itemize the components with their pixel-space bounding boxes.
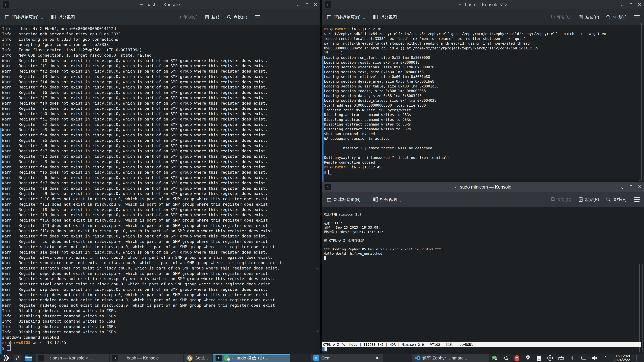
minimize-button[interactable]: ⌄	[620, 0, 624, 9]
chevron-down-icon[interactable]: ⌄	[77, 16, 80, 20]
terminal-segment: mx	[324, 27, 328, 31]
menu-hamburger-icon[interactable]	[634, 197, 640, 202]
close-button[interactable]: ✕	[638, 182, 642, 192]
clock-time: 18:12:48	[614, 354, 630, 358]
maximize-button[interactable]: ⌃	[629, 182, 633, 192]
terminal-line: Disabling abstract command writes to CSR…	[324, 117, 644, 122]
new-tab-button[interactable]: 新建标签页(N) ⌄	[326, 14, 365, 20]
split-view-button[interactable]: 拆分视图 ⌄	[373, 197, 402, 202]
new-lines-indicator	[322, 56, 324, 182]
settings-sliders-icon[interactable]	[14, 355, 21, 361]
chevron-down-icon[interactable]: ⌄	[362, 16, 366, 20]
task-button-konsole-2[interactable]: › ~ : bash — Konsole	[110, 354, 183, 362]
terminal-line: Warn : Register ft0 does not exist in ri…	[2, 58, 320, 63]
terminal-segment: |	[360, 27, 364, 31]
maximize-button[interactable]: ⌃	[305, 0, 309, 9]
terminal-segment: rwx0755	[334, 165, 350, 169]
titlebar[interactable]: › - : sudo minicom — Konsole ⌄ ⌃ ✕	[322, 182, 644, 192]
terminal-line: Warn : Register fa0 does not exist in ri…	[2, 111, 320, 117]
terminal-segment: in	[350, 27, 358, 31]
split-view-button[interactable]: 拆分视图 ⌄	[373, 14, 402, 20]
terminal-line: Info : New GDB Connection: 1, Target ris…	[2, 53, 320, 58]
taskbar-clock[interactable]: 18:12:48 2024/2/22	[614, 354, 630, 362]
clipboard-icon[interactable]	[536, 355, 542, 361]
new-lines-indicator	[0, 128, 2, 354]
bluetooth-icon[interactable]	[569, 355, 575, 361]
scrollbar[interactable]	[640, 263, 642, 354]
konsole-icon: ›	[216, 355, 222, 361]
terminal-line: Warn : Register satp does not exist in r…	[2, 292, 320, 298]
task-button-konsole-1[interactable]: › ~ : bash — Konsole <...	[36, 354, 109, 362]
kde-connect-display-icon[interactable]	[580, 355, 586, 361]
split-view-button[interactable]: 拆分视图 ⌄	[51, 14, 80, 20]
scrollbar[interactable]	[639, 23, 642, 181]
menu-hamburger-icon[interactable]	[634, 15, 640, 19]
bulb-icon[interactable]	[525, 355, 531, 361]
terminal-line: Loading section device_area, size 0x50 l…	[324, 79, 644, 84]
copy-button[interactable]: 复制(C)	[176, 14, 198, 20]
find-button[interactable]: 查找(F)	[606, 14, 626, 20]
terminal-line: Warn : Register fa4 does not exist in ri…	[2, 133, 320, 138]
task-button-qcm[interactable]: ♬ Qcm	[311, 354, 383, 362]
terminal-line: Warn : Register mideleg does not exist i…	[2, 303, 320, 308]
folder-dolphin-icon[interactable]	[25, 355, 32, 361]
window-title: ~ : bash — Konsole	[0, 2, 320, 7]
minimize-button[interactable]: ⌄	[620, 182, 624, 192]
terminal-line: Warn : Register ft10 does not exist in r…	[2, 218, 320, 223]
task-button-vscode[interactable]: 预览 Zephyr_Unmatc...	[412, 354, 489, 362]
task-label: ~ : bash — Konsole <...	[46, 356, 92, 361]
telegram-icon[interactable]	[503, 355, 509, 361]
search-icon	[606, 197, 611, 202]
wechat-icon[interactable]	[492, 355, 498, 361]
find-button[interactable]: 查找(F)	[606, 197, 626, 202]
input-method-keyboard-icon[interactable]	[558, 355, 564, 361]
terminal-segment: @	[328, 27, 334, 31]
new-tab-button[interactable]: 新建标签页(N) ⌄	[326, 197, 365, 202]
show-desktop-button[interactable]	[636, 355, 641, 361]
terminal-line: tended-remote localhost:3333' -ex 'load'…	[324, 36, 644, 41]
volume-icon[interactable]	[591, 355, 598, 361]
terminal-line	[324, 141, 644, 146]
chevron-down-icon[interactable]: ⌄	[399, 16, 402, 20]
chevron-down-icon[interactable]: ⌄	[399, 198, 402, 202]
task-button-minicom-active[interactable]: › - : sudo 微信 <2> ...	[213, 354, 290, 362]
terminal-line: Quit anyway? (y or n) [answered Y; input…	[324, 155, 644, 160]
menu-hamburger-icon[interactable]	[254, 15, 260, 19]
terminal-output-minicom[interactable]: 欢迎使用 minicom 2.9 选项: I18n编译于 Sep 23 2023…	[322, 207, 644, 354]
copy-label: 复制(C)	[183, 14, 198, 20]
app-launcher-icon[interactable]	[3, 355, 10, 361]
terminal-segment: mx	[2, 340, 7, 345]
paste-button[interactable]: 粘贴(P)	[578, 197, 599, 202]
new-tab-button[interactable]: 新建标签页(N) ⌄	[4, 14, 43, 20]
terminal-output-top-right[interactable]: mx @ rwx0755 in ~ |18:12:36$ /opt/zephyr…	[322, 25, 644, 182]
paste-icon	[578, 197, 584, 202]
terminal-line: mx @ rwx0755 in ~ |18:12:36	[324, 27, 644, 31]
close-button[interactable]: ✕	[314, 0, 318, 9]
minimize-button[interactable]: ⌄	[296, 0, 300, 9]
paste-button[interactable]: 粘贴(P)	[578, 14, 599, 20]
new-tab-label: 新建标签页(N)	[12, 14, 38, 20]
window-konsole-minicom: › - : sudo minicom — Konsole ⌄ ⌃ ✕ 新建标签页…	[322, 182, 644, 354]
paste-icon	[578, 14, 584, 20]
terminal-line: Warn : Register fs3 does not exist in ri…	[2, 159, 320, 165]
qq-ghost-icon[interactable]	[514, 355, 520, 361]
expand-tray-chevron-icon[interactable]: ⌃	[602, 355, 608, 361]
terminal-line: Warn : Register ft11 does not exist in r…	[2, 223, 320, 228]
maximize-button[interactable]: ⌃	[629, 0, 633, 9]
terminal-line: Warn : Register medeleg does not exist i…	[2, 298, 320, 303]
task-button-chrome[interactable]: Getting Started with ...	[184, 354, 212, 362]
copy-button[interactable]: 复制(C)	[550, 197, 572, 202]
media-player-icon[interactable]	[547, 355, 553, 361]
titlebar[interactable]: › ~ : bash — Konsole <2> ⌄ ⌃ ✕	[322, 0, 644, 9]
find-button[interactable]: 查找(F)	[226, 14, 247, 20]
chevron-down-icon[interactable]: ⌄	[40, 16, 44, 20]
copy-label: 复制(C)	[557, 14, 572, 20]
copy-button[interactable]: 复制(C)	[550, 14, 572, 20]
titlebar[interactable]: › ~ : bash — Konsole ⌄ ⌃ ✕	[0, 0, 320, 9]
close-button[interactable]: ✕	[638, 0, 642, 9]
terminal-output-left[interactable]: Info : hart 4: XLEN=64, misa=0x800000000…	[0, 25, 320, 354]
chevron-down-icon[interactable]: ⌄	[362, 198, 366, 202]
search-icon	[606, 14, 611, 20]
scrollbar[interactable]	[316, 268, 319, 332]
paste-button[interactable]: 粘贴	[204, 14, 220, 20]
